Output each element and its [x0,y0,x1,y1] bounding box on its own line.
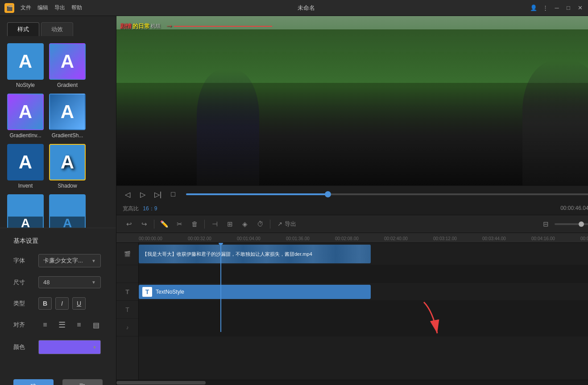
progress-knob[interactable] [325,191,331,197]
style-item-nostyle[interactable]: A NoStyle [7,43,44,88]
menu-help[interactable]: 帮助 [71,4,82,12]
tab-style[interactable]: 样式 [7,22,39,36]
timeline-ruler: 00:00:00.00 00:00:32.00 00:01:04.00 00:0… [116,233,588,243]
confirm-button[interactable]: 确定 [13,379,54,385]
type-label: 类型 [13,299,31,307]
ruler-mark-8: 00:04:16.00 [531,236,580,242]
underline-btn[interactable]: U [72,297,86,310]
right-panel: 剧情 的日常 机组 → ◁ ▷ ▷| □ 🔊 ⛶ [116,16,588,385]
video-preview: 剧情 的日常 机组 → [116,16,588,185]
export-icon: ↗ [277,221,282,227]
action-buttons: 确定 取消 [0,372,116,385]
italic-btn[interactable]: I [55,297,69,310]
clock-tool[interactable]: ⏱ [254,218,266,230]
menu-file[interactable]: 文件 [21,4,31,12]
export-btn[interactable]: ↗ 导出 [274,218,300,230]
text-track-row: T TextNoStyle [139,283,588,301]
bold-btn[interactable]: B [38,297,52,310]
ruler-mark-2: 00:01:04.00 [237,236,286,242]
layout-tool[interactable]: ⊞ [224,218,236,230]
ruler-mark-7: 00:03:44.00 [482,236,531,242]
redo-btn[interactable]: ↪ [138,218,150,230]
color-label: 颜色 [13,343,31,351]
toolbar-divider-3 [270,220,270,229]
timeline-tracks: 🎬 T T ♪ [116,243,588,380]
track-label-empty [116,265,138,283]
maximize-btn[interactable]: □ [565,4,572,12]
style-item-gradientsh[interactable]: A GradientSh... [49,94,86,139]
menu-export[interactable]: 导出 [54,4,65,12]
color-row: 颜色 ▼ [13,340,103,354]
overlay-text-red: 剧情 [120,22,132,30]
size-select-arrow: ▼ [91,280,96,285]
menu-items: 文件 编辑 导出 帮助 [21,4,82,12]
prev-frame-btn[interactable]: ◁ [123,189,133,199]
zoom-knob [579,221,584,227]
top-arrow-icon: → [165,21,173,31]
font-select[interactable]: 卡廉少女文字... ▼ [38,254,101,267]
pen-tool[interactable]: ✏️ [158,218,170,230]
style-thumb-invert: A [7,144,44,180]
progress-fill [186,193,328,195]
style-thumb-partial2: A [49,194,86,228]
aspect-value: 16：9 [143,205,157,212]
color-arrow: ▼ [92,345,97,350]
overlay-text-yellow: 的日常 [133,22,150,30]
split-tool[interactable]: ⊣ [208,218,221,230]
keyframe-tool[interactable]: ◈ [239,218,251,230]
style-thumb-gradientinv: A [7,94,44,130]
progress-bar[interactable] [186,193,588,195]
zoom-out-btn[interactable]: ⊟ [539,218,552,230]
tab-animation[interactable]: 动效 [41,22,73,36]
user-icon[interactable]: 👤 [530,4,537,12]
close-btn[interactable]: ✕ [576,4,584,12]
time-display: 00:00:46.04 / 00:02:14.08 [560,205,588,213]
align-label: 对齐 [13,321,31,329]
cut-tool[interactable]: ✂ [173,218,186,230]
settings-title: 基本设置 [13,237,103,245]
track-label-text2: T [116,301,138,319]
audio-track-icon: ♪ [126,324,129,331]
align-left-btn[interactable]: ≡ [38,319,52,331]
ruler-marks: 00:00:00.00 00:00:32.00 00:01:04.00 00:0… [139,236,588,242]
align-center-btn[interactable]: ☰ [55,319,69,331]
cancel-button[interactable]: 取消 [62,379,103,385]
size-select[interactable]: 48 ▼ [38,276,101,288]
style-label-gradient: Gradient [57,82,78,88]
export-label: 导出 [285,220,296,228]
next-frame-btn[interactable]: ▷| [153,189,163,199]
video-clip-text: 【我是大哥大】收获伊藤和君子的沙漏甜，不敢独如让人家损失，酱甜der.mp4 [142,251,312,258]
video-clip[interactable]: 【我是大哥大】收获伊藤和君子的沙漏甜，不敢独如让人家损失，酱甜der.mp4 [139,245,371,263]
zoom-slider[interactable] [555,223,588,225]
more-icon[interactable]: ⋮ [542,4,549,12]
ruler-mark-5: 00:02:40.00 [384,236,433,242]
play-btn[interactable]: ▷ [138,189,148,199]
delete-tool[interactable]: 🗑 [188,218,201,230]
style-label-invert: Invent [18,183,33,189]
ruler-mark-0: 00:00:00.00 [139,236,188,242]
text-clip-label: TextNoStyle [156,289,184,295]
style-item-shadow[interactable]: A Shadow [49,144,86,189]
gap-track-row [139,265,588,283]
timeline-scrollbar[interactable] [116,380,588,385]
style-item-partial1[interactable]: A [7,194,44,228]
stop-btn[interactable]: □ [168,189,178,199]
align-justify-btn[interactable]: ▤ [89,319,103,331]
style-item-gradient[interactable]: A Gradient [49,43,86,88]
style-thumb-partial1: A [7,194,44,228]
audio-track-row [139,319,588,336]
undo-btn[interactable]: ↩ [123,218,135,230]
style-item-partial2[interactable]: A [49,194,86,228]
style-label-shadow: Shadow [58,183,77,189]
style-item-gradientinv[interactable]: A GradientInv... [7,94,44,139]
track-label-video: 🎬 [116,243,138,265]
style-thumb-gradientsh: A [49,94,86,130]
minimize-btn[interactable]: ─ [553,4,560,12]
menu-edit[interactable]: 编辑 [37,4,48,12]
text-clip[interactable]: T TextNoStyle [139,285,371,299]
align-right-btn[interactable]: ≡ [72,319,86,331]
color-swatch[interactable]: ▼ [38,340,101,354]
tab-bar: 样式 动效 [0,16,116,36]
style-item-invert[interactable]: A Invent [7,144,44,189]
app-title: 未命名 [298,4,315,12]
